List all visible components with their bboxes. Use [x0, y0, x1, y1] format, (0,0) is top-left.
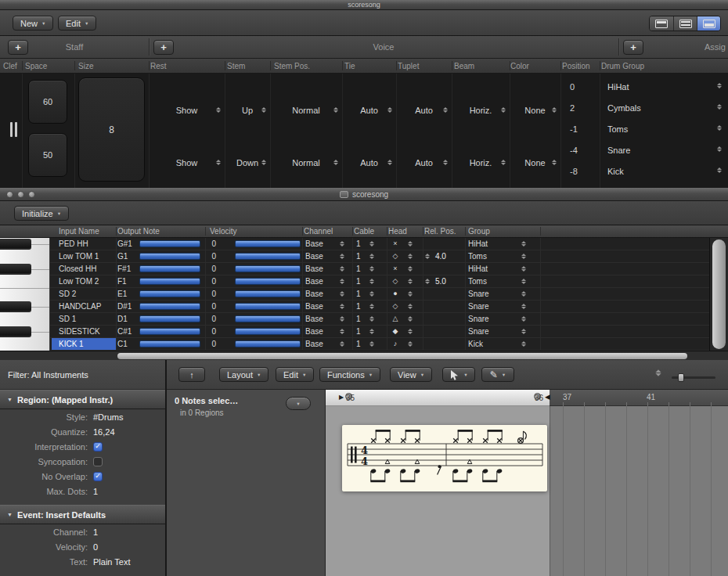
stepper-icon[interactable] — [501, 160, 506, 165]
velocity-bar[interactable] — [235, 290, 301, 297]
group-value[interactable]: Kick — [468, 340, 483, 348]
voice-beam-field[interactable]: Horiz. — [452, 102, 510, 119]
stepper-icon[interactable] — [521, 266, 526, 272]
ruler-active-zone[interactable] — [326, 390, 550, 406]
region-property-value[interactable]: #Drums — [93, 412, 124, 422]
stepper-icon[interactable] — [369, 266, 374, 272]
ruler-measure-number[interactable]: 37 — [563, 393, 571, 401]
cable-value[interactable]: 1 — [356, 302, 361, 311]
piano-black-key[interactable] — [0, 301, 31, 312]
cable-value[interactable]: 1 — [356, 315, 361, 323]
zoom-slider-thumb[interactable] — [678, 373, 684, 382]
channel-value[interactable]: Base — [305, 340, 323, 348]
channel-value[interactable]: Base — [305, 315, 323, 323]
group-value[interactable]: Snare — [468, 315, 489, 323]
staff-size-field[interactable]: 8 — [78, 77, 145, 182]
initialize-menu-button[interactable]: Initialize ▼ — [14, 206, 69, 221]
stepper-icon[interactable] — [340, 341, 344, 347]
zoom-slider[interactable] — [672, 376, 715, 379]
stepper-icon[interactable] — [521, 279, 526, 284]
channel-value[interactable]: Base — [305, 252, 323, 261]
cable-value[interactable]: 1 — [356, 277, 361, 286]
channel-value[interactable]: Base — [305, 239, 323, 248]
stepper-icon[interactable] — [521, 254, 526, 259]
stepper-icon[interactable] — [340, 266, 344, 272]
stepper-icon[interactable] — [521, 291, 526, 297]
drum-group-value[interactable]: HiHat — [607, 82, 629, 92]
velocity-bar[interactable] — [235, 265, 301, 272]
stepper-icon[interactable] — [261, 107, 266, 113]
stepper-icon[interactable] — [333, 160, 338, 165]
stepper-icon[interactable] — [216, 160, 221, 165]
space-above-field[interactable]: 60 — [28, 80, 67, 124]
region-section-header[interactable]: ▼ Region: (Mapped Instr.) — [0, 390, 165, 409]
functions-menu-button[interactable]: Functions ▼ — [319, 367, 380, 382]
cable-value[interactable]: 1 — [356, 252, 361, 261]
stepper-icon[interactable] — [717, 83, 722, 88]
input-name-cell[interactable]: PED HH — [52, 238, 116, 250]
stepper-icon[interactable] — [408, 316, 413, 322]
layout-menu-button[interactable]: Layout ▼ — [219, 367, 268, 382]
cable-value[interactable]: 1 — [356, 290, 361, 298]
zoom-button[interactable] — [28, 191, 35, 198]
voice-tie-field[interactable]: Auto — [342, 102, 396, 119]
channel-value[interactable]: Base — [305, 265, 323, 273]
ruler-measure-number[interactable]: 41 — [647, 393, 655, 401]
group-value[interactable]: Snare — [468, 327, 489, 336]
velocity-value[interactable]: 0 — [205, 327, 216, 336]
drum-group-row[interactable]: -1Toms — [560, 120, 728, 140]
disclosure-triangle-icon[interactable]: ▼ — [7, 512, 13, 517]
group-value[interactable]: HiHat — [468, 265, 488, 273]
stepper-icon[interactable] — [340, 304, 344, 309]
minimize-button[interactable] — [17, 191, 24, 198]
velocity-value[interactable]: 0 — [205, 340, 216, 348]
instrument-row[interactable]: Closed HHF#10Base1×HiHat — [0, 263, 709, 275]
region-end-marker-icon[interactable]: ◀ — [545, 393, 550, 401]
stepper-icon[interactable] — [340, 291, 344, 297]
output-note-value[interactable]: G#1 — [117, 239, 132, 248]
output-note-bar[interactable] — [139, 253, 200, 260]
vertical-scrollbar[interactable] — [709, 238, 728, 351]
group-value[interactable]: Snare — [468, 302, 489, 311]
stepper-icon[interactable] — [717, 167, 722, 173]
output-note-value[interactable]: D1 — [117, 315, 128, 323]
velocity-value[interactable]: 0 — [205, 265, 216, 273]
stepper-icon[interactable] — [552, 160, 557, 165]
stepper-icon[interactable] — [369, 341, 374, 347]
stepper-icon[interactable] — [717, 125, 722, 131]
style-window-titlebar[interactable]: scoresong — [0, 0, 728, 10]
output-note-value[interactable]: F1 — [117, 277, 127, 286]
add-assign-button[interactable]: + — [623, 40, 643, 55]
view-mode-list-button[interactable] — [673, 16, 697, 31]
head-symbol[interactable]: × — [390, 265, 401, 272]
view-mode-single-button[interactable] — [650, 16, 673, 31]
score-canvas[interactable]: 4 4 — [326, 406, 728, 576]
stepper-icon[interactable] — [408, 241, 413, 247]
stepper-icon[interactable] — [552, 107, 557, 113]
stepper-icon[interactable] — [717, 104, 722, 110]
output-note-bar[interactable] — [139, 278, 200, 285]
velocity-value[interactable]: 0 — [205, 239, 216, 248]
event-property-value[interactable]: 0 — [93, 542, 98, 552]
velocity-bar[interactable] — [235, 253, 301, 260]
output-note-bar[interactable] — [139, 315, 200, 322]
ruler-measure-number[interactable]: 36 — [534, 393, 541, 400]
piano-black-key[interactable] — [0, 264, 31, 275]
drum-group-row[interactable]: 2Cymbals — [560, 99, 728, 119]
input-name-cell[interactable]: SD 1 — [52, 313, 116, 325]
stepper-icon[interactable] — [340, 254, 344, 259]
head-symbol[interactable]: ◇ — [390, 277, 401, 285]
instrument-row[interactable]: PED HHG#10Base1×HiHat — [0, 238, 709, 250]
mapped-window-titlebar[interactable]: scoresong — [0, 188, 728, 201]
group-value[interactable]: HiHat — [468, 239, 488, 248]
velocity-value[interactable]: 0 — [205, 315, 216, 323]
stepper-icon[interactable] — [408, 266, 413, 272]
stepper-icon[interactable] — [521, 316, 526, 322]
output-note-value[interactable]: C#1 — [117, 327, 132, 336]
drum-group-value[interactable]: Kick — [607, 167, 624, 176]
drum-group-value[interactable]: Toms — [607, 124, 628, 134]
voice-beam-field[interactable]: Horiz. — [452, 154, 510, 171]
input-name-cell[interactable]: SD 2 — [52, 288, 116, 300]
voice-rest-field[interactable]: Show — [149, 102, 225, 119]
voice-tuplet-field[interactable]: Auto — [396, 154, 452, 171]
